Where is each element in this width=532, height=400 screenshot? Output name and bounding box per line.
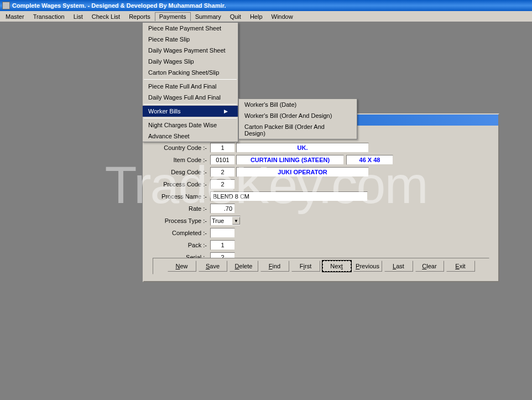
row-completed: Completed :-	[155, 227, 487, 238]
input-pack[interactable]	[210, 240, 235, 250]
new-button[interactable]: New	[168, 261, 196, 272]
menu-item-daily-wages-full-final[interactable]: Daily Wages Full And Final	[143, 92, 238, 103]
menu-item-advance-sheet[interactable]: Advance Sheet	[143, 131, 238, 142]
row-item: Item Code :- CURTAIN LINING (SATEEN) 46 …	[155, 154, 487, 165]
delete-button[interactable]: Delete	[230, 261, 258, 272]
display-country-name: UK.	[236, 143, 369, 153]
label-country: Country Code :-	[155, 144, 210, 151]
menu-item-piece-rate-slip[interactable]: Piece Rate Slip	[143, 34, 238, 45]
menu-item-piece-rate-payment-sheet[interactable]: Piece Rate Payment Sheet	[143, 23, 238, 34]
menu-item-daily-wages-slip[interactable]: Daily Wages Slip	[143, 56, 238, 67]
menu-check-list[interactable]: Check List	[87, 12, 124, 21]
title-text: Complete Wages System. - Designed & Deve…	[12, 2, 226, 9]
save-button[interactable]: Save	[199, 261, 227, 272]
label-process-type: Process Type :-	[155, 217, 210, 224]
button-panel: New Save Delete Find First Next Previous…	[153, 258, 489, 274]
menu-quit[interactable]: Quit	[226, 12, 246, 21]
input-country-code[interactable]	[210, 143, 235, 153]
input-process-name[interactable]	[210, 191, 368, 201]
label-completed: Completed :-	[155, 230, 210, 236]
label-item: Item Code :-	[155, 157, 210, 163]
chevron-down-icon[interactable]: ▼	[232, 217, 240, 225]
worker-bills-submenu: Worker's Bill (Date) Worker's Bill (Orde…	[238, 98, 357, 139]
row-country: Country Code :- UK.	[155, 142, 487, 153]
menu-transaction[interactable]: Transaction	[29, 12, 69, 21]
menu-item-carton-packing-sheet[interactable]: Carton Packing Sheet/Slip	[143, 67, 238, 78]
submenu-arrow-icon: ▶	[224, 108, 228, 114]
app-icon	[2, 2, 10, 9]
label-process-code: Process Code :-	[155, 181, 210, 188]
display-item-size: 46 X 48	[346, 155, 393, 165]
input-desg-code[interactable]	[210, 167, 235, 177]
menu-payments[interactable]: Payments	[155, 12, 191, 21]
label-process-name: Process Name :-	[155, 193, 210, 200]
menu-separator	[144, 104, 237, 105]
menu-separator	[144, 79, 237, 80]
row-process-type: Process Type :- True ▼	[155, 215, 487, 226]
menu-item-night-charges[interactable]: Night Charges Date Wise	[143, 120, 238, 131]
form-area: Country Code :- UK. Item Code :- CURTAIN…	[144, 126, 498, 269]
title-bar: Complete Wages System. - Designed & Deve…	[0, 0, 532, 11]
payments-dropdown: Piece Rate Payment Sheet Piece Rate Slip…	[142, 22, 238, 142]
row-process-code: Process Code :-	[155, 179, 487, 190]
submenu-carton-packer-bill[interactable]: Carton Packer Bill (Order And Design)	[239, 121, 357, 139]
row-pack: Pack :-	[155, 240, 487, 251]
find-button[interactable]: Find	[260, 261, 289, 272]
menu-reports[interactable]: Reports	[124, 12, 155, 21]
menu-separator	[144, 118, 237, 118]
menu-item-daily-wages-payment-sheet[interactable]: Daily Wages Payment Sheet	[143, 45, 238, 56]
menu-summary[interactable]: Summary	[191, 12, 226, 21]
menu-item-worker-bills-label: Worker Bills	[148, 108, 180, 115]
previous-button[interactable]: Previous	[353, 261, 382, 272]
last-button[interactable]: Last	[384, 261, 413, 272]
first-button[interactable]: First	[291, 261, 320, 272]
input-process-code[interactable]	[210, 179, 235, 189]
combo-process-type[interactable]: True ▼	[210, 216, 241, 226]
label-desg: Desg Code :-	[155, 169, 210, 175]
display-desg-name: JUKI OPERATOR	[236, 167, 369, 177]
row-process-name: Process Name :-	[155, 191, 487, 202]
input-rate[interactable]	[210, 204, 235, 214]
menu-item-piece-rate-full-final[interactable]: Piece Rate Full And Final	[143, 81, 238, 92]
menu-bar: Master Transaction List Check List Repor…	[0, 11, 532, 22]
menu-item-worker-bills[interactable]: Worker Bills ▶	[143, 106, 238, 117]
label-pack: Pack :-	[155, 242, 210, 248]
input-item-code[interactable]	[210, 155, 235, 165]
menu-help[interactable]: Help	[246, 12, 267, 21]
display-item-name: CURTAIN LINING (SATEEN)	[236, 155, 344, 165]
row-desg: Desg Code :- JUKI OPERATOR	[155, 167, 487, 178]
menu-list[interactable]: List	[69, 12, 87, 21]
combo-process-type-text: True	[211, 217, 232, 224]
row-rate: Rate :-	[155, 203, 487, 214]
menu-window[interactable]: Window	[267, 12, 298, 21]
exit-button[interactable]: Exit	[446, 261, 475, 272]
input-completed[interactable]	[210, 228, 235, 238]
clear-button[interactable]: Clear	[415, 261, 444, 272]
submenu-workers-bill-order-design[interactable]: Worker's Bill (Order And Design)	[239, 110, 357, 121]
menu-master[interactable]: Master	[1, 12, 29, 21]
label-rate: Rate :-	[155, 205, 210, 212]
next-button[interactable]: Next	[322, 261, 351, 272]
submenu-workers-bill-date[interactable]: Worker's Bill (Date)	[239, 99, 357, 110]
